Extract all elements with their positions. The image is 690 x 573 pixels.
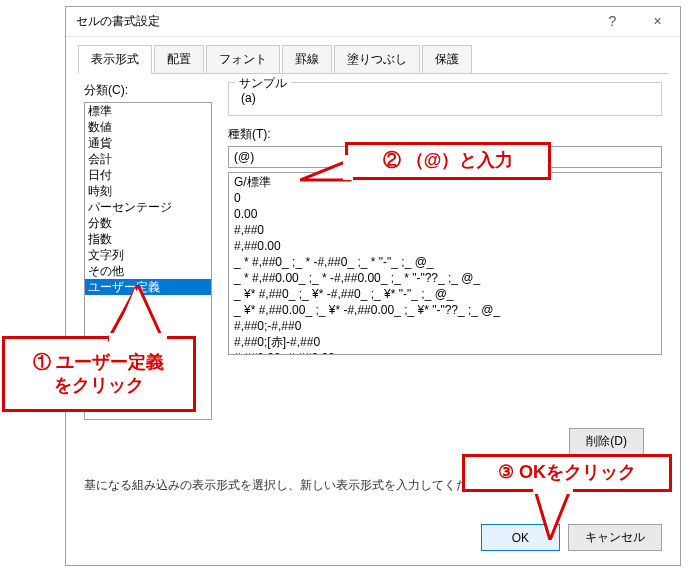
list-item[interactable]: 通貨 <box>85 135 211 151</box>
list-item[interactable]: 指数 <box>85 231 211 247</box>
list-item[interactable]: #,##0.00;-#,##0.00 <box>230 350 660 355</box>
list-item[interactable]: _ * #,##0_ ;_ * -#,##0_ ;_ * "-"_ ;_ @_ <box>230 254 660 270</box>
list-item[interactable]: #,##0;-#,##0 <box>230 318 660 334</box>
tab-border[interactable]: 罫線 <box>282 45 332 74</box>
tab-protection[interactable]: 保護 <box>422 45 472 74</box>
list-item[interactable]: 0.00 <box>230 206 660 222</box>
help-button[interactable]: ? <box>590 7 635 35</box>
list-item[interactable]: 時刻 <box>85 183 211 199</box>
list-item[interactable]: #,##0 <box>230 222 660 238</box>
sample-value: (a) <box>237 89 653 107</box>
type-label: 種類(T): <box>228 126 662 143</box>
svg-rect-2 <box>109 333 167 343</box>
delete-button[interactable]: 削除(D) <box>569 428 644 455</box>
list-item[interactable]: #,##0;[赤]-#,##0 <box>230 334 660 350</box>
list-item[interactable]: #,##0.00 <box>230 238 660 254</box>
callout-3-mask <box>533 486 573 494</box>
callout-2: ② （@）と入力 <box>345 142 551 180</box>
list-item[interactable]: _ ¥* #,##0_ ;_ ¥* -#,##0_ ;_ ¥* "-"_ ;_ … <box>230 286 660 302</box>
list-item[interactable]: 標準 <box>85 103 211 119</box>
list-item[interactable]: 分数 <box>85 215 211 231</box>
list-item[interactable]: _ * #,##0.00_ ;_ * -#,##0.00_ ;_ * "-"??… <box>230 270 660 286</box>
list-item[interactable]: 文字列 <box>85 247 211 263</box>
dialog-title: セルの書式設定 <box>76 13 160 30</box>
tab-number-format[interactable]: 表示形式 <box>78 45 152 74</box>
callout-2-text: ② （@）と入力 <box>383 149 514 172</box>
cancel-button[interactable]: キャンセル <box>568 524 662 551</box>
callout-3-text: ③ OKをクリック <box>498 461 636 484</box>
svg-rect-6 <box>533 486 573 494</box>
svg-marker-5 <box>535 490 570 540</box>
category-label: 分類(C): <box>84 82 212 99</box>
list-item[interactable]: _ ¥* #,##0.00_ ;_ ¥* -#,##0.00_ ;_ ¥* "-… <box>230 302 660 318</box>
svg-rect-4 <box>343 155 353 180</box>
list-item[interactable]: パーセンテージ <box>85 199 211 215</box>
sample-label: サンプル <box>235 75 291 92</box>
tabs: 表示形式 配置 フォント 罫線 塗りつぶし 保護 <box>66 37 680 74</box>
callout-1: ① ユーザー定義 をクリック <box>2 336 196 412</box>
list-item[interactable]: 0 <box>230 190 660 206</box>
callout-2-mask <box>343 155 353 180</box>
list-item[interactable]: 日付 <box>85 167 211 183</box>
titlebar: セルの書式設定 ? × <box>66 7 680 37</box>
format-list[interactable]: G/標準 0 0.00 #,##0 #,##0.00 _ * #,##0_ ;_… <box>228 172 662 355</box>
list-item[interactable]: 会計 <box>85 151 211 167</box>
tab-fill[interactable]: 塗りつぶし <box>334 45 420 74</box>
list-item[interactable]: 数値 <box>85 119 211 135</box>
list-item[interactable]: その他 <box>85 263 211 279</box>
callout-1-mask <box>109 333 167 343</box>
callout-1-text: ① ユーザー定義 をクリック <box>33 351 164 398</box>
sample-group: サンプル (a) <box>228 82 662 116</box>
tab-alignment[interactable]: 配置 <box>154 45 204 74</box>
callout-3-pointer <box>535 490 575 540</box>
close-button[interactable]: × <box>635 7 680 35</box>
tab-font[interactable]: フォント <box>206 45 280 74</box>
